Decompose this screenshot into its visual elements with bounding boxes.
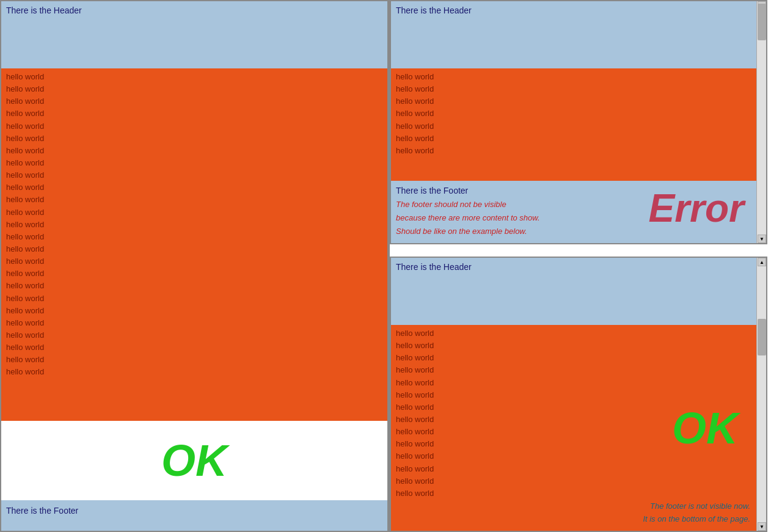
list-item: hello world — [6, 305, 382, 317]
down-arrow-icon-bottom: ▼ — [759, 524, 764, 530]
list-item: hello world — [6, 354, 382, 366]
list-item: hello world — [396, 487, 751, 500]
right-bottom-wrapper: There is the Header hello worldhello wor… — [390, 257, 782, 532]
list-item: hello world — [6, 243, 382, 255]
list-item: hello world — [6, 145, 382, 157]
left-header: There is the Header — [1, 1, 387, 68]
right-bottom-scrollbar[interactable]: ▲ ▼ — [756, 258, 766, 531]
gap — [390, 250, 782, 257]
list-item: hello world — [396, 389, 751, 401]
list-item: hello world — [396, 133, 751, 145]
list-item: hello world — [6, 293, 382, 305]
right-top-content: There is the Header hello worldhello wor… — [391, 1, 756, 243]
up-arrow-icon-bottom: ▲ — [759, 260, 764, 265]
scroll-up-arrow-bottom[interactable]: ▲ — [758, 258, 766, 266]
list-item: hello world — [6, 219, 382, 231]
list-item: hello world — [6, 71, 382, 83]
list-item: hello world — [6, 133, 382, 145]
list-item: hello world — [6, 329, 382, 341]
left-footer: There is the Footer — [1, 500, 387, 531]
list-item: hello world — [396, 145, 751, 157]
scrollbar-thumb[interactable] — [758, 4, 766, 40]
list-item: hello world — [6, 120, 382, 133]
right-top-content-text: hello worldhello worldhello worldhello w… — [396, 71, 751, 157]
right-bottom-header: There is the Header — [391, 258, 756, 325]
list-item: hello world — [396, 327, 751, 340]
right-panel: There is the Header hello worldhello wor… — [390, 0, 782, 532]
left-box: There is the Header hello worldhello wor… — [0, 0, 389, 532]
list-item: hello world — [6, 341, 382, 354]
right-top-body: hello worldhello worldhello worldhello w… — [391, 68, 756, 181]
list-item: hello world — [396, 95, 751, 107]
note-line2: It is on the bottom of the page. — [643, 513, 750, 526]
right-bottom-box: There is the Header hello worldhello wor… — [390, 257, 767, 532]
list-item: hello world — [6, 181, 382, 194]
list-item: hello world — [6, 366, 382, 378]
left-ok-section: OK — [1, 421, 387, 500]
list-item: hello world — [6, 268, 382, 280]
right-top-header: There is the Header — [391, 1, 756, 68]
left-content-text: hello worldhello worldhello worldhello w… — [6, 71, 382, 379]
list-item: hello world — [396, 340, 751, 352]
list-item: hello world — [6, 206, 382, 219]
left-footer-text: There is the Footer — [6, 506, 78, 516]
list-item: hello world — [396, 107, 751, 120]
right-bottom-ok-label: OK — [672, 403, 738, 453]
left-content: hello worldhello worldhello worldhello w… — [1, 68, 387, 421]
list-item: hello world — [6, 255, 382, 268]
left-ok-label: OK — [161, 435, 227, 486]
error-label: Error — [649, 186, 745, 231]
left-panel: There is the Header hello worldhello wor… — [0, 0, 390, 532]
scroll-down-arrow-bottom[interactable]: ▼ — [758, 522, 766, 531]
right-top-scrollbar[interactable]: ▲ ▼ — [756, 1, 766, 243]
list-item: hello world — [6, 95, 382, 107]
list-item: hello world — [396, 475, 751, 487]
left-header-text: There is the Header — [6, 5, 82, 15]
list-item: hello world — [6, 317, 382, 329]
list-item: hello world — [396, 71, 751, 83]
list-item: hello world — [396, 83, 751, 95]
list-item: hello world — [396, 463, 751, 475]
right-top-footer: There is the Footer The footer should no… — [391, 181, 756, 243]
right-bottom-content: There is the Header hello worldhello wor… — [391, 258, 756, 531]
right-top-box: There is the Header hello worldhello wor… — [390, 0, 767, 244]
list-item: hello world — [6, 83, 382, 95]
list-item: hello world — [396, 352, 751, 364]
list-item: hello world — [6, 107, 382, 120]
right-top-header-text: There is the Header — [396, 5, 472, 15]
down-arrow-icon: ▼ — [759, 236, 764, 242]
right-bottom-note: The footer is not visible now. It is on … — [643, 500, 750, 526]
list-item: hello world — [6, 280, 382, 292]
scrollbar-thumb-bottom[interactable] — [758, 319, 766, 355]
list-item: hello world — [396, 377, 751, 389]
list-item: hello world — [6, 157, 382, 169]
list-item: hello world — [396, 364, 751, 376]
list-item: hello world — [6, 169, 382, 181]
note-line1: The footer is not visible now. — [643, 500, 750, 513]
list-item: hello world — [6, 194, 382, 206]
right-bottom-header-text: There is the Header — [396, 262, 472, 272]
list-item: hello world — [6, 231, 382, 243]
scroll-down-arrow[interactable]: ▼ — [758, 235, 766, 243]
list-item: hello world — [396, 120, 751, 133]
right-bottom-body: hello worldhello worldhello worldhello w… — [391, 325, 756, 531]
